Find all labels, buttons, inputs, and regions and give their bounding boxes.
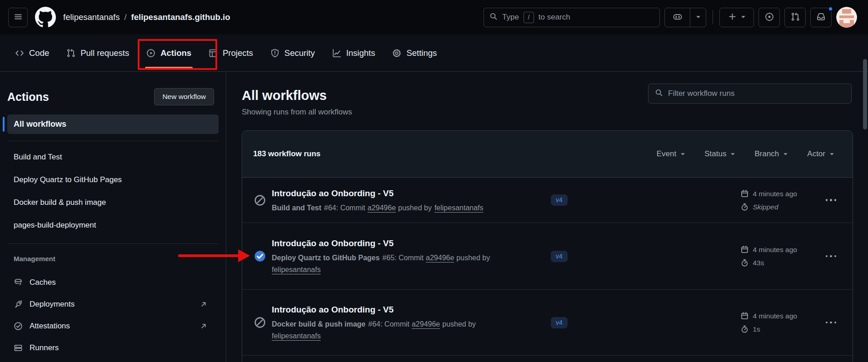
filter-dropdown-actor[interactable]: Actor <box>807 149 834 159</box>
tab-actions[interactable]: Actions <box>138 35 200 71</box>
run-meta: 4 minutes ago Skipped <box>740 187 809 213</box>
inbox-icon <box>816 12 826 23</box>
new-workflow-button[interactable]: New workflow <box>154 88 214 105</box>
copilot-button[interactable] <box>664 8 706 27</box>
workflow-run-row: Introdução ao Onbording - V5 Deploy Quar… <box>242 223 853 290</box>
breadcrumb: felipesantanafs / felipesantanafs.github… <box>63 12 230 22</box>
success-check-icon <box>254 250 266 262</box>
commit-link[interactable]: a29496e <box>412 320 440 328</box>
sidebar-item-caches[interactable]: Caches <box>0 272 226 293</box>
github-logo[interactable] <box>35 7 56 28</box>
shield-icon <box>270 49 279 58</box>
run-options-kebab-button[interactable] <box>825 319 838 327</box>
commit-link[interactable]: a29496e <box>368 204 396 212</box>
run-title-link[interactable]: Introdução ao Onbording - V5 <box>272 237 517 250</box>
breadcrumb-owner-link[interactable]: felipesantanafs <box>63 12 120 22</box>
runs-count-label: 183 workflow runs <box>253 149 320 159</box>
tab-security[interactable]: Security <box>262 35 324 71</box>
unread-notification-dot <box>828 6 833 11</box>
caret-down-icon <box>783 152 788 157</box>
filter-workflow-runs-input[interactable]: Filter workflow runs <box>648 84 852 104</box>
header-divider <box>713 10 713 24</box>
commit-link[interactable]: a29496e <box>426 254 454 262</box>
run-time: 4 minutes ago <box>753 243 797 256</box>
workflow-run-row: Introdução ao Onbording - V5 Docker buil… <box>242 290 853 356</box>
run-title-link[interactable]: Introdução ao Onbording - V5 <box>272 303 517 317</box>
tab-settings[interactable]: Settings <box>384 35 445 71</box>
verified-icon <box>14 322 23 331</box>
notifications-inbox-button[interactable] <box>810 8 832 27</box>
sidebar-item-runners[interactable]: Runners <box>0 337 226 359</box>
filter-dropdown-status[interactable]: Status <box>704 149 735 159</box>
calendar-icon <box>740 245 749 254</box>
workflow-runs-card: 183 workflow runs Event Status Branch Ac… <box>242 130 853 362</box>
filter-dropdown-branch[interactable]: Branch <box>754 149 788 159</box>
play-circle-icon <box>146 49 155 58</box>
sidebar-item-usage-metrics[interactable]: Usage metrics <box>0 359 226 362</box>
runs-filters: Event Status Branch Actor <box>657 149 842 159</box>
search-icon <box>489 12 498 23</box>
hamburger-icon <box>14 12 23 23</box>
run-options-kebab-button[interactable] <box>825 253 838 260</box>
issue-opened-icon <box>765 12 774 23</box>
caret-down-icon <box>680 152 685 157</box>
run-subtitle: Deploy Quartz to GitHub Pages#65: Commit… <box>272 252 517 276</box>
sidebar-workflow-item[interactable]: Docker build & push image <box>0 191 226 214</box>
breadcrumb-separator: / <box>124 12 126 22</box>
stopwatch-icon <box>740 203 749 211</box>
actor-link[interactable]: felipesantanafs <box>272 266 321 273</box>
run-duration: 1s <box>753 322 760 336</box>
rocket-icon <box>14 300 23 309</box>
app-header: felipesantanafs / felipesantanafs.github… <box>0 0 868 35</box>
run-number-text: #64: Commit <box>324 204 365 212</box>
caret-down-icon <box>730 152 735 157</box>
run-title-link[interactable]: Introdução ao Onbording - V5 <box>272 187 517 200</box>
sidebar-item-all-workflows[interactable]: All workflows <box>7 114 219 134</box>
sidebar-item-deployments[interactable]: Deployments <box>0 293 226 315</box>
github-mark-icon <box>35 7 56 28</box>
sidebar-workflow-item[interactable]: Deploy Quartz to GitHub Pages <box>0 169 226 191</box>
tab-code[interactable]: Code <box>6 35 58 71</box>
hamburger-menu-button[interactable] <box>8 8 28 27</box>
issues-button[interactable] <box>758 8 780 27</box>
search-placeholder-tail: to search <box>539 13 570 22</box>
sidebar-workflow-item[interactable]: Build and Test <box>0 146 226 169</box>
management-section-label: Management <box>0 244 226 267</box>
workflow-run-row: Introdução ao Onbording - V5 Build and T… <box>242 178 853 223</box>
vertical-scrollbar[interactable] <box>863 59 867 129</box>
tab-pull-requests[interactable]: Pull requests <box>58 35 138 71</box>
tab-insights[interactable]: Insights <box>324 35 384 71</box>
chevron-down-icon <box>696 14 701 21</box>
workflow-list: Build and TestDeploy Quartz to GitHub Pa… <box>0 141 226 237</box>
sidebar-item-attestations[interactable]: Attestations <box>0 315 226 337</box>
run-meta: 4 minutes ago 1s <box>740 309 809 336</box>
runs-table-header: 183 workflow runs Event Status Branch Ac… <box>242 131 853 178</box>
run-time: 4 minutes ago <box>753 309 797 322</box>
git-pull-request-icon <box>791 12 800 23</box>
run-options-kebab-button[interactable] <box>825 196 838 204</box>
breadcrumb-repo-link[interactable]: felipesantanafs.github.io <box>131 12 230 22</box>
user-avatar[interactable] <box>836 7 857 28</box>
avatar-image <box>836 7 857 28</box>
actor-link[interactable]: felipesantanafs <box>434 204 484 212</box>
copilot-icon <box>673 12 683 23</box>
main-content: All workflows Showing runs from all work… <box>226 72 868 362</box>
search-placeholder: Type <box>502 13 519 22</box>
sidebar-workflow-item[interactable]: pages-build-deployment <box>0 214 226 237</box>
server-icon <box>14 343 23 352</box>
run-number-text: #65: Commit <box>382 254 424 262</box>
cache-icon <box>14 278 23 287</box>
create-new-button[interactable] <box>719 8 754 27</box>
actor-link[interactable]: felipesantanafs <box>272 332 321 340</box>
external-link-icon <box>200 322 208 330</box>
filter-dropdown-event[interactable]: Event <box>657 149 685 159</box>
global-search-input[interactable]: Type / to search <box>484 8 660 27</box>
workflow-name: Docker build & push image <box>272 320 365 328</box>
version-badge: v4 <box>551 317 568 328</box>
tab-projects[interactable]: Projects <box>200 35 262 71</box>
caret-down-icon <box>829 152 834 157</box>
filter-placeholder: Filter workflow runs <box>668 89 734 98</box>
actions-sidebar: Actions New workflow All workflows Build… <box>0 72 226 362</box>
pull-requests-button[interactable] <box>784 8 806 27</box>
workflow-name: Deploy Quartz to GitHub Pages <box>272 254 379 262</box>
